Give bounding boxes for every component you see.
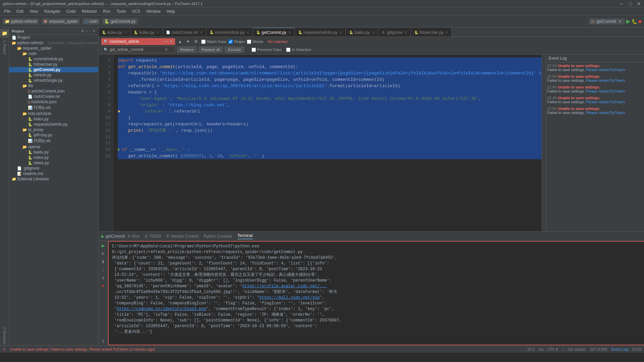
tab-close-gitignore[interactable]: ✕ bbox=[405, 31, 407, 34]
tree-item-hotArticle[interactable]: {}hotArticle.json bbox=[9, 99, 98, 105]
console-link[interactable]: https://profile.avatar.csdn.net/... bbox=[243, 284, 327, 289]
bottom-tab-python-console[interactable]: Python Console bbox=[204, 234, 232, 239]
tree-item-hotListArticle[interactable]: 📂hotListArticle bbox=[9, 111, 98, 116]
tree-item-followUser[interactable]: 🐍followUser.py bbox=[9, 62, 98, 67]
menu-refactor[interactable]: Refactor bbox=[79, 8, 100, 14]
tab-close-index-py2[interactable]: ✕ bbox=[156, 31, 159, 34]
menu-file[interactable]: File bbox=[1, 8, 13, 14]
project-view-btn[interactable]: 📁 bbox=[0, 29, 9, 38]
regex-option[interactable]: Regex bbox=[228, 40, 245, 44]
tab-close-commitArticle-py[interactable]: ✕ bbox=[247, 31, 249, 34]
tree-item-csdn[interactable]: 📂csdn bbox=[9, 51, 98, 56]
run-btn[interactable]: ▶ bbox=[626, 18, 630, 24]
menu-edit[interactable]: Edit bbox=[14, 8, 26, 14]
tree-item-openai[interactable]: 📂openai bbox=[9, 144, 98, 149]
tab-close-csdnCookie-txt[interactable]: ✕ bbox=[200, 31, 203, 34]
tab-close-followUser-py[interactable]: ✕ bbox=[445, 31, 448, 34]
tab-close-baidu-py[interactable]: ✕ bbox=[372, 31, 375, 34]
tree-item-dai-ip[interactable]: 📊代理ip.xls bbox=[9, 105, 98, 111]
restart-link[interactable]: Please restart PyCharm bbox=[586, 68, 625, 72]
exclude-button[interactable]: Exclude bbox=[225, 47, 244, 53]
restart-link[interactable]: Please restart PyCharm bbox=[586, 89, 625, 93]
bottom-tab-run[interactable]: 4: Run bbox=[128, 234, 140, 239]
z-structure-btn[interactable]: Z-Structure bbox=[0, 326, 9, 345]
regex-checkbox[interactable] bbox=[228, 40, 233, 44]
console-help-btn[interactable]: ? bbox=[100, 339, 106, 345]
replace-button[interactable]: Replace bbox=[177, 47, 197, 53]
find-input[interactable] bbox=[110, 39, 163, 44]
bottom-tab-todo[interactable]: 6: TODO bbox=[145, 234, 161, 239]
menu-view[interactable]: View bbox=[27, 8, 41, 14]
tree-item-getCommit[interactable]: 🐍getCommit.py bbox=[9, 67, 98, 72]
menu-tools[interactable]: Tools bbox=[114, 8, 128, 14]
replace-input[interactable] bbox=[110, 47, 163, 52]
find-next-btn[interactable]: ▼ bbox=[185, 39, 191, 45]
tab-followUser-py[interactable]: 🐍followUser.py✕ bbox=[411, 28, 452, 37]
tree-item-views[interactable]: 🐍views.py bbox=[9, 160, 98, 166]
console-filter-btn[interactable]: ≡ bbox=[100, 275, 106, 281]
tree-item-oi-index[interactable]: 🐍index.py bbox=[9, 155, 98, 160]
tree-item-articleContent[interactable]: {}articleContent.json bbox=[9, 88, 98, 94]
tree-item-ipProxy[interactable]: 🐍ipProxy.py bbox=[9, 132, 98, 138]
tree-item-refresh[interactable]: 🐍refresh.py bbox=[9, 72, 98, 78]
console-link[interactable]: https://mall.csdn.net/vip bbox=[259, 295, 320, 300]
console-rerun-btn[interactable]: ↻ bbox=[100, 250, 106, 257]
tree-item-csdnCookie[interactable]: 📄csdnCookie.txt bbox=[9, 94, 98, 99]
match-case-checkbox[interactable] bbox=[201, 40, 206, 44]
tree-item-requests_spider[interactable]: 📂requests_spider bbox=[9, 46, 98, 51]
tab-index-py[interactable]: 🐍index.py✕ bbox=[99, 28, 131, 37]
project-expand-btn[interactable]: + bbox=[86, 29, 88, 33]
tree-item-readme[interactable]: 📝readme.md bbox=[9, 171, 98, 176]
tab-close-getCommit-py[interactable]: ✕ bbox=[288, 31, 291, 34]
project-settings-btn[interactable]: ⚙ bbox=[81, 29, 84, 33]
code-content[interactable]: import requestsdef get_article_commit(ar… bbox=[114, 55, 542, 231]
menu-run[interactable]: Run bbox=[100, 8, 113, 14]
find-settings-btn[interactable]: ⚙ bbox=[193, 39, 199, 45]
tree-item-project-root[interactable]: 📄Project bbox=[9, 35, 98, 40]
project-collapse-btn[interactable]: − bbox=[89, 29, 91, 33]
maximize-btn[interactable]: □ bbox=[628, 1, 633, 6]
find-clear-btn[interactable]: ↩ bbox=[165, 39, 168, 44]
find-close-x[interactable]: ✕ bbox=[169, 39, 173, 44]
tree-item-gitignore[interactable]: 📄.gitignore bbox=[9, 166, 98, 171]
console-text[interactable]: C:\Users\MY\AppData\Local\Programs\Pytho… bbox=[108, 241, 644, 345]
restart-link[interactable]: Please restart PyCharm bbox=[586, 100, 625, 104]
tab-baidu-py[interactable]: 🐍baidu.py✕ bbox=[346, 28, 378, 37]
tab-commitArticle-py[interactable]: 🐍commitArticle.py✕ bbox=[206, 28, 253, 37]
structure-view-btn[interactable]: 1: Project bbox=[0, 39, 9, 56]
tab-index-py2[interactable]: 🐍index.py✕ bbox=[130, 28, 163, 37]
console-run-btn[interactable]: ▶ bbox=[100, 242, 106, 249]
minimize-btn[interactable]: ─ bbox=[619, 1, 624, 6]
tree-item-hotIndex[interactable]: 🐍index.py bbox=[9, 116, 98, 122]
stop-btn[interactable]: ■ bbox=[639, 19, 641, 24]
preserve-case-option[interactable]: Preserve Case bbox=[252, 48, 282, 52]
tree-item-ext-libs[interactable]: 📁External Libraries bbox=[9, 176, 98, 182]
tree-item-refreshSingle[interactable]: 🐍refreshSingle.py bbox=[9, 78, 98, 83]
bottom-tab-terminal[interactable]: Terminal bbox=[237, 233, 253, 239]
find-prev-btn[interactable]: ▲ bbox=[177, 39, 183, 45]
replace-all-button[interactable]: Replace all bbox=[199, 47, 223, 53]
console-scroll-btn[interactable]: ↓ bbox=[100, 266, 106, 273]
tree-item-commitArticle[interactable]: 🐍commitArticle.py bbox=[9, 56, 98, 62]
project-close-btn[interactable]: ✕ bbox=[93, 29, 96, 33]
restart-link[interactable]: Please restart PyCharm bbox=[586, 78, 625, 82]
menu-vcs[interactable]: VCS bbox=[129, 8, 143, 14]
tree-item-dai-ip2[interactable]: 📊代理ip.xls bbox=[9, 138, 98, 144]
tab-getCommit-py[interactable]: 🐍getCommit.py✕ bbox=[253, 28, 295, 37]
in-selection-checkbox[interactable] bbox=[286, 48, 290, 52]
match-case-option[interactable]: Match Case bbox=[201, 40, 227, 44]
tree-item-file[interactable]: 📂file bbox=[9, 83, 98, 88]
tab-gitignore[interactable]: ⚙.gitignore✕ bbox=[378, 28, 411, 37]
console-stop-btn[interactable]: ⏸ bbox=[100, 258, 106, 265]
words-checkbox[interactable] bbox=[247, 40, 251, 44]
tree-item-ip_proxy[interactable]: 📂ip_proxy bbox=[9, 127, 98, 132]
menu-code[interactable]: Code bbox=[63, 8, 78, 14]
replace-clear-btn[interactable]: ✕ bbox=[165, 47, 168, 52]
menu-window[interactable]: Window bbox=[144, 8, 163, 14]
menu-navigate[interactable]: Navigate bbox=[42, 8, 63, 14]
right-scrollbar[interactable] bbox=[542, 55, 546, 231]
preserve-case-checkbox[interactable] bbox=[252, 48, 256, 52]
tree-item-baidu[interactable]: 🐍baidu.py bbox=[9, 149, 98, 155]
words-option[interactable]: Words bbox=[247, 40, 263, 44]
close-btn[interactable]: ✕ bbox=[637, 1, 641, 6]
